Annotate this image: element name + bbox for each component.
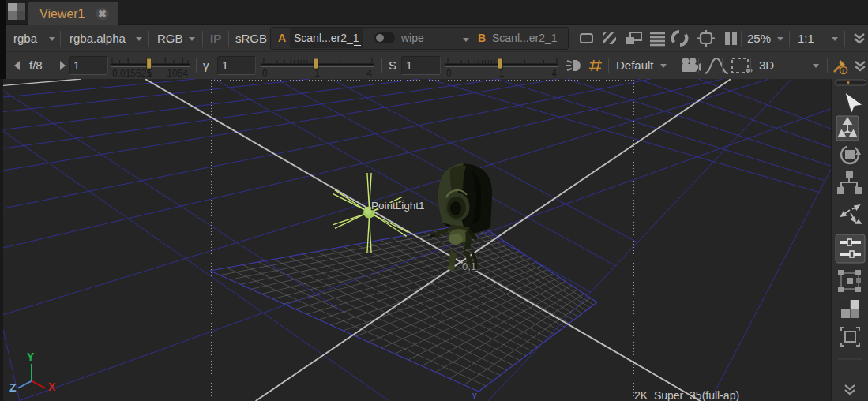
svg-text:0,1: 0,1 [462,260,476,272]
svg-text:0: 0 [446,68,452,79]
svg-text:0: 0 [262,68,268,79]
svg-text:X: X [48,380,56,393]
svg-text:1: 1 [314,68,320,79]
svg-text:4: 4 [551,68,557,79]
svg-text:y: y [472,390,477,399]
svg-text:Y: Y [27,350,35,363]
svg-text:PointLight1: PointLight1 [371,200,425,212]
svg-text:4: 4 [366,68,372,79]
svg-text:1064: 1064 [167,68,188,79]
svg-text:2K_Super_35(full-ap): 2K_Super_35(full-ap) [634,389,739,401]
svg-text:1: 1 [499,68,505,79]
svg-text:1: 1 [147,68,152,79]
svg-text:i: i [842,68,844,75]
svg-text:Z: Z [9,381,17,394]
